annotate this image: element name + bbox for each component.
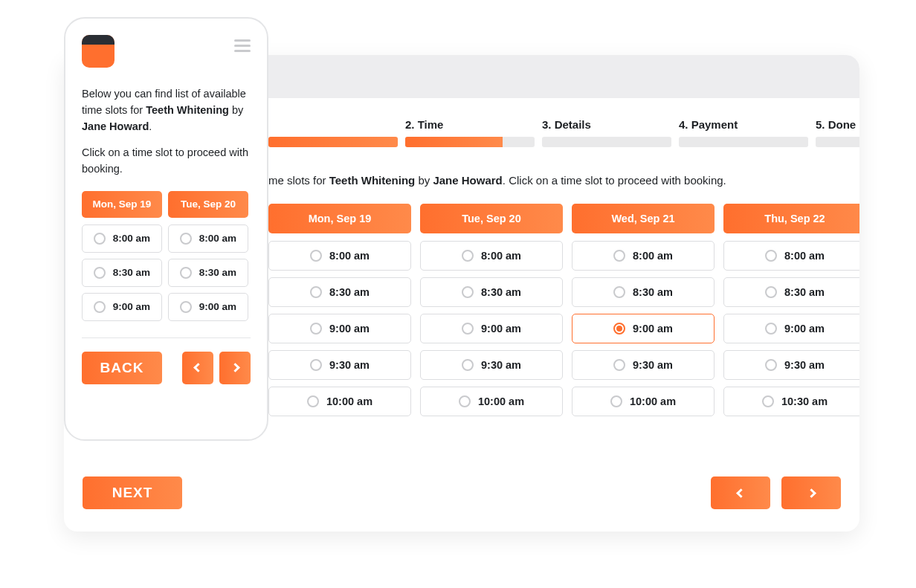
day-header: Tue, Sep 20: [168, 191, 248, 218]
time-slot[interactable]: 9:00 am: [168, 293, 248, 321]
service-name: Teeth Whitening: [329, 174, 416, 187]
time-slot-label: 9:00 am: [481, 323, 521, 335]
radio-icon: [462, 286, 474, 298]
time-slot-label: 9:00 am: [784, 323, 825, 335]
radio-icon: [462, 359, 474, 371]
time-slot[interactable]: 9:30 am: [723, 350, 859, 380]
radio-icon: [310, 359, 322, 371]
day-column: Thu, Sep 228:00 am8:30 am9:00 am9:30 am1…: [723, 204, 859, 423]
intro-part: by: [229, 104, 243, 116]
time-slot[interactable]: 9:00 am: [268, 314, 411, 343]
desktop-next-week-button[interactable]: [781, 476, 841, 509]
time-slot[interactable]: 9:30 am: [268, 350, 411, 380]
step-1-filled: .: [268, 118, 398, 147]
radio-icon: [462, 323, 474, 335]
time-slot[interactable]: 9:30 am: [572, 350, 715, 380]
back-button[interactable]: BACK: [82, 352, 162, 384]
time-slot[interactable]: 8:00 am: [82, 224, 162, 253]
time-slot[interactable]: 9:30 am: [420, 350, 563, 380]
intro-part: . Click on a time slot to proceed with b…: [503, 174, 726, 187]
mobile-footer: BACK: [82, 352, 251, 384]
day-column: Tue, Sep 208:00 am8:30 am9:00 am9:30 am1…: [420, 204, 563, 423]
time-slot-label: 10:30 am: [781, 395, 828, 407]
time-slot[interactable]: 8:00 am: [168, 224, 248, 253]
time-slot[interactable]: 8:30 am: [168, 259, 248, 287]
step-bar-empty: [679, 137, 808, 147]
step-time: 2. Time: [405, 118, 535, 147]
radio-icon: [94, 267, 106, 279]
mobile-intro-text: Below you can find list of available tim…: [82, 86, 251, 178]
radio-icon: [613, 359, 625, 371]
time-slot-label: 8:00 am: [199, 233, 236, 244]
time-slot-label: 8:00 am: [481, 250, 521, 262]
day-column: Mon, Sep 198:00 am8:30 am9:00 am: [82, 191, 162, 327]
time-slot-label: 9:30 am: [481, 359, 521, 371]
radio-icon: [762, 395, 774, 407]
radio-icon: [180, 267, 192, 279]
app-logo-icon: [82, 35, 115, 68]
radio-icon: [94, 301, 106, 313]
chevron-left-icon: [736, 488, 746, 498]
step-label: 2. Time: [405, 118, 535, 137]
next-button[interactable]: NEXT: [83, 476, 182, 509]
step-label: 4. Payment: [679, 118, 808, 137]
hamburger-bar-icon: [234, 39, 251, 42]
time-slot-label: 8:00 am: [113, 233, 150, 244]
radio-icon: [459, 395, 471, 407]
time-slot[interactable]: 9:00 am: [572, 314, 715, 343]
time-slot-label: 10:00 am: [326, 395, 372, 407]
intro-part: .: [149, 120, 152, 132]
time-slot[interactable]: 10:00 am: [268, 387, 411, 416]
mobile-prev-day-button[interactable]: [182, 352, 213, 384]
step-bar-full: [268, 137, 398, 147]
time-slot-label: 8:30 am: [199, 267, 236, 278]
time-slot[interactable]: 8:30 am: [268, 277, 411, 307]
day-column: Mon, Sep 198:00 am8:30 am9:00 am9:30 am1…: [268, 204, 411, 423]
time-slot[interactable]: 8:00 am: [572, 241, 715, 271]
time-slot[interactable]: 8:30 am: [420, 277, 563, 307]
radio-icon: [613, 323, 625, 335]
time-slot-label: 8:00 am: [329, 250, 370, 262]
time-slot[interactable]: 9:00 am: [420, 314, 563, 343]
time-slot[interactable]: 8:30 am: [572, 277, 715, 307]
time-slot[interactable]: 10:00 am: [572, 387, 715, 416]
mobile-booking-widget: Below you can find list of available tim…: [64, 17, 268, 441]
time-slot-label: 9:30 am: [329, 359, 370, 371]
service-name: Teeth Whitening: [146, 104, 229, 116]
step-bar-partial: [405, 137, 535, 147]
time-slot[interactable]: 8:30 am: [723, 277, 859, 307]
desktop-prev-week-button[interactable]: [711, 476, 770, 509]
divider: [82, 337, 251, 338]
time-slot[interactable]: 10:30 am: [723, 387, 859, 416]
time-slot[interactable]: 9:00 am: [723, 314, 859, 343]
day-column: Tue, Sep 208:00 am8:30 am9:00 am: [168, 191, 248, 327]
step-bar-empty: [542, 137, 671, 147]
day-header: Mon, Sep 19: [82, 191, 162, 218]
hamburger-menu-button[interactable]: [234, 35, 251, 52]
radio-icon: [765, 323, 777, 335]
time-slot-label: 8:30 am: [481, 286, 521, 298]
step-payment: 4. Payment: [679, 118, 808, 147]
day-header: Tue, Sep 20: [420, 204, 563, 233]
provider-name: Jane Howard: [433, 174, 502, 187]
day-header: Thu, Sep 22: [723, 204, 859, 233]
time-slot[interactable]: 8:00 am: [723, 241, 859, 271]
time-slot[interactable]: 10:00 am: [420, 387, 563, 416]
intro-part: by: [415, 174, 433, 187]
time-slot-label: 8:30 am: [329, 286, 370, 298]
desktop-time-grid: Mon, Sep 198:00 am8:30 am9:00 am9:30 am1…: [268, 204, 859, 423]
radio-icon: [180, 301, 192, 313]
time-slot[interactable]: 8:30 am: [82, 259, 162, 287]
time-slot-label: 8:00 am: [633, 250, 673, 262]
radio-icon: [310, 250, 322, 262]
hamburger-bar-icon: [234, 45, 251, 47]
time-slot[interactable]: 8:00 am: [268, 241, 411, 271]
time-slot-label: 9:30 am: [784, 359, 825, 371]
mobile-next-day-button[interactable]: [219, 352, 251, 384]
radio-icon: [310, 323, 322, 335]
time-slot[interactable]: 9:00 am: [82, 293, 162, 321]
time-slot-label: 9:00 am: [113, 301, 150, 312]
mobile-header: [82, 35, 251, 68]
radio-icon: [310, 286, 322, 298]
time-slot[interactable]: 8:00 am: [420, 241, 563, 271]
